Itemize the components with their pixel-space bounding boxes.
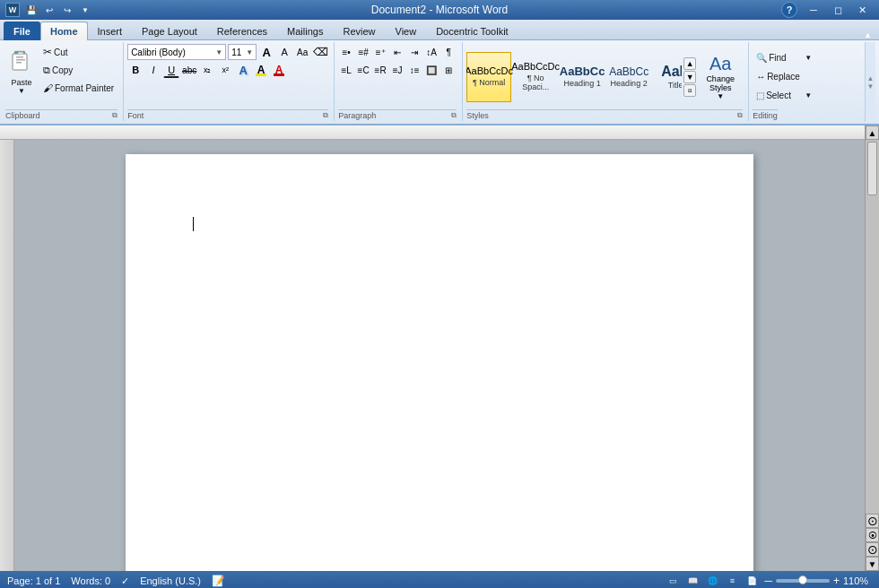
styles-more[interactable]: ⧈	[683, 84, 696, 97]
draft-button[interactable]: 📄	[744, 574, 759, 588]
scroll-up-button[interactable]: ▲	[866, 125, 879, 140]
clear-formatting-button[interactable]: ⌫	[312, 44, 328, 60]
font-expand-icon[interactable]: ⧉	[323, 111, 328, 120]
style-title[interactable]: AaB Title	[653, 52, 682, 102]
tab-file[interactable]: File	[4, 22, 40, 40]
borders-button[interactable]: ⊞	[440, 62, 457, 78]
style-heading2[interactable]: AaBbCc Heading 2	[606, 52, 651, 102]
italic-button[interactable]: I	[145, 62, 161, 78]
increase-indent-button[interactable]: ⇥	[406, 44, 422, 60]
select-button[interactable]: ⬚ Select ▼	[753, 88, 815, 104]
redo-quick-btn[interactable]: ↪	[59, 2, 75, 18]
doc-scroll-container[interactable]	[14, 140, 865, 571]
sort-button[interactable]: ↕A	[423, 44, 440, 60]
ribbon-scroll-up[interactable]: ▲	[867, 74, 875, 82]
print-layout-button[interactable]: ▭	[666, 574, 680, 588]
paste-dropdown-arrow[interactable]: ▼	[18, 87, 25, 95]
customize-quick-btn[interactable]: ▼	[77, 2, 93, 18]
font-size-selector[interactable]: 11 ▼	[228, 44, 257, 60]
save-quick-btn[interactable]: 💾	[23, 2, 39, 18]
scroll-down-button[interactable]: ▼	[866, 557, 879, 571]
multilevel-list-button[interactable]: ≡⁺	[372, 44, 388, 60]
zoom-in-button[interactable]: +	[833, 575, 840, 587]
restore-button[interactable]: ◻	[826, 2, 849, 18]
ribbon-scroll-down[interactable]: ▼	[867, 82, 875, 91]
font-name-selector[interactable]: Calibri (Body) ▼	[127, 44, 226, 60]
undo-quick-btn[interactable]: ↩	[41, 2, 57, 18]
select-browse-button[interactable]: ⦿	[866, 528, 879, 542]
scroll-thumb[interactable]	[867, 142, 877, 195]
find-button[interactable]: 🔍 Find ▼	[753, 50, 815, 66]
tab-docentric[interactable]: Docentric Toolkit	[426, 22, 518, 40]
tab-references[interactable]: References	[207, 22, 277, 40]
decrease-indent-button[interactable]: ⇤	[389, 44, 405, 60]
vertical-scrollbar[interactable]: ▲ ⊙ ⦿ ⊙ ▼	[865, 125, 879, 571]
grow-font-button[interactable]: A	[258, 44, 274, 60]
zoom-level[interactable]: 110%	[843, 575, 872, 586]
collapse-ribbon-button[interactable]: ▲	[864, 30, 872, 39]
tab-home[interactable]: Home	[40, 22, 88, 40]
text-highlight-button[interactable]: A	[253, 62, 269, 78]
clipboard-expand-icon[interactable]: ⧉	[112, 111, 117, 120]
tab-mailings[interactable]: Mailings	[277, 22, 333, 40]
paste-button[interactable]: Paste ▼	[5, 44, 38, 98]
tab-page-layout[interactable]: Page Layout	[132, 22, 207, 40]
styles-scroll-up[interactable]: ▲	[683, 57, 696, 70]
prev-page-button[interactable]: ⊙	[866, 514, 879, 528]
copy-button[interactable]: ⧉ Copy	[39, 62, 117, 78]
zoom-slider[interactable]	[776, 579, 830, 583]
outline-button[interactable]: ≡	[725, 574, 739, 588]
font-color-button[interactable]: A	[271, 62, 287, 78]
close-button[interactable]: ✕	[850, 2, 874, 18]
numbered-list-button[interactable]: ≡#	[355, 44, 371, 60]
change-case-button[interactable]: Aa	[294, 44, 310, 60]
tab-review[interactable]: Review	[333, 22, 385, 40]
change-styles-button[interactable]: Aa ChangeStyles ▼	[698, 50, 743, 104]
style-heading1[interactable]: AaBbCc Heading 1	[560, 52, 605, 102]
style-normal[interactable]: AaBbCcDc ¶ Normal	[466, 52, 511, 102]
shrink-font-button[interactable]: A	[276, 44, 292, 60]
full-reading-button[interactable]: 📖	[685, 574, 700, 588]
title-bar: W 💾 ↩ ↪ ▼ Document2 - Microsoft Word ? ─…	[0, 0, 879, 20]
minimize-button[interactable]: ─	[802, 2, 825, 18]
bold-button[interactable]: B	[127, 62, 144, 78]
align-center-button[interactable]: ≡C	[355, 62, 371, 78]
line-spacing-button[interactable]: ↕≡	[406, 62, 422, 78]
tab-home-label: Home	[50, 26, 78, 37]
paragraph-expand-icon[interactable]: ⧉	[451, 111, 457, 120]
web-layout-button[interactable]: 🌐	[705, 574, 719, 588]
language-status[interactable]: English (U.S.)	[140, 575, 201, 586]
subscript-button[interactable]: x₂	[199, 62, 215, 78]
align-left-button[interactable]: ≡L	[338, 62, 354, 78]
show-formatting-button[interactable]: ¶	[440, 44, 457, 60]
format-painter-icon: 🖌	[43, 82, 53, 93]
tab-view[interactable]: View	[386, 22, 427, 40]
page-status[interactable]: Page: 1 of 1	[7, 575, 60, 586]
next-page-button[interactable]: ⊙	[866, 542, 879, 557]
tab-insert[interactable]: Insert	[88, 22, 133, 40]
style-no-spacing[interactable]: AaBbCcDc ¶ No Spaci...	[513, 52, 558, 102]
track-changes-icon[interactable]: 📝	[212, 575, 225, 587]
superscript-button[interactable]: x²	[217, 62, 233, 78]
zoom-thumb[interactable]	[798, 575, 807, 584]
strikethrough-button[interactable]: abc	[181, 62, 197, 78]
replace-button[interactable]: ↔ Replace	[753, 69, 815, 85]
select-arrow[interactable]: ▼	[805, 91, 812, 99]
help-icon[interactable]: ?	[781, 2, 797, 18]
underline-button[interactable]: U	[163, 62, 179, 78]
words-status[interactable]: Words: 0	[71, 575, 110, 586]
text-effects-button[interactable]: A	[235, 62, 251, 78]
styles-expand-icon[interactable]: ⧉	[737, 111, 743, 120]
align-right-button[interactable]: ≡R	[372, 62, 388, 78]
zoom-control: ─ + 110%	[764, 575, 872, 587]
spell-check-icon[interactable]: ✓	[121, 575, 129, 587]
shading-button[interactable]: 🔲	[423, 62, 440, 78]
bullets-button[interactable]: ≡•	[338, 44, 354, 60]
find-arrow[interactable]: ▼	[805, 54, 812, 62]
cut-button[interactable]: ✂ Cut	[39, 44, 117, 60]
styles-scroll-down[interactable]: ▼	[683, 71, 696, 83]
zoom-out-button[interactable]: ─	[764, 575, 772, 587]
justify-button[interactable]: ≡J	[389, 62, 405, 78]
format-painter-button[interactable]: 🖌 Format Painter	[39, 80, 117, 96]
document-page[interactable]	[126, 154, 753, 571]
